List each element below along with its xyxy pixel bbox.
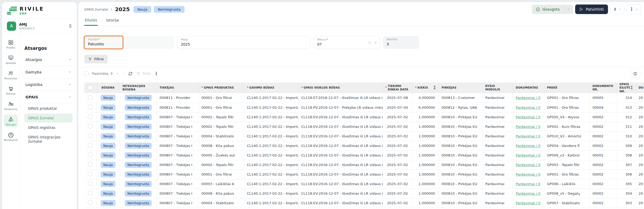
sidebar-item-personalas[interactable]: Personalas (4, 68, 18, 81)
row-checkbox[interactable] (88, 172, 92, 176)
document-link[interactable]: Pardavimai / 0 (516, 144, 540, 148)
refresh-button[interactable] (128, 71, 133, 76)
user-selector[interactable]: A AMJ SINGVAI13 (2, 18, 77, 34)
sidebar-item-gpais-registras[interactable]: GPAIS registras (24, 123, 73, 132)
column-header[interactable]: *KIEKISΣ (412, 82, 439, 93)
more-menu-button[interactable]: ⋮ (627, 4, 641, 14)
table-cell: 1.000000 (412, 141, 439, 150)
selected-count[interactable]: Pasirinkta: 0 (92, 72, 113, 76)
row-checkbox[interactable] (88, 133, 92, 138)
document-link[interactable]: Pardavimai / 0 (516, 115, 540, 119)
chevron-down-icon[interactable] (374, 41, 377, 44)
column-header[interactable]: TIEKĖJAS (157, 82, 199, 93)
submit-icon (579, 7, 584, 11)
column-header[interactable]: *GPAIS PRODUKTAS (199, 82, 244, 93)
row-checkbox[interactable] (88, 95, 92, 100)
metai-field[interactable]: Metai 2025 (177, 36, 311, 49)
srautas-field[interactable]: Srautas* Pakuotės (84, 36, 174, 49)
avatar: A (7, 21, 16, 31)
confirm-button[interactable]: Patvirtinti (575, 5, 608, 14)
document-link[interactable]: Pardavimai / 0 (516, 191, 540, 195)
chevron-down-icon[interactable] (116, 72, 119, 75)
table-cell: Pardavimai / 0 (513, 141, 544, 150)
menuo-field[interactable]: Mėnuo* 07 (313, 36, 380, 49)
row-checkbox[interactable] (88, 105, 92, 109)
column-header[interactable]: RYŠIO MODULIS (482, 82, 513, 93)
saved-caret-button[interactable] (564, 5, 573, 14)
column-settings-button[interactable] (630, 69, 640, 78)
sidebar-item-apskaita[interactable]: Apskaita (4, 53, 18, 66)
select-all-checkbox[interactable] (84, 71, 89, 76)
section-logistika[interactable]: Logistika (24, 79, 73, 91)
column-header[interactable]: DO (636, 82, 644, 93)
document-link[interactable]: Pardavimai / 0 (516, 172, 540, 176)
breadcrumb-link[interactable]: GPAIS žurnalai (84, 7, 108, 11)
saved-split-button[interactable]: Išsaugota (532, 5, 573, 14)
section-atsargos[interactable]: Atsargos (24, 54, 73, 66)
section-gpais[interactable]: GPAIS (24, 91, 73, 103)
document-link[interactable]: Pardavimai / 0 (516, 153, 540, 157)
row-checkbox[interactable] (88, 181, 92, 186)
tab-istorija[interactable]: Istorija (106, 17, 119, 26)
table-cell: 000810 - Pirkėjas EU (439, 189, 482, 198)
sidebar-item-pradzia[interactable]: Pradžia (4, 38, 18, 50)
table-cell: 314 (617, 93, 636, 103)
table-cell: CL118:ET:2016-12-07 - Išvežimas iš LR vi… (298, 93, 383, 103)
status-badge: Neintegruota (125, 133, 152, 139)
sidebar-item-pirkimai[interactable]: Pirkimai (4, 84, 18, 97)
table-cell: 00002 (590, 179, 617, 189)
column-header[interactable] (84, 82, 96, 93)
filters-button[interactable]: Filtrai (84, 55, 108, 63)
table-cell: Pardavimai (482, 93, 513, 103)
row-checkbox[interactable] (88, 162, 92, 167)
column-header[interactable]: PIRKĖJAS (439, 82, 482, 93)
table-cell: Neintegruota (120, 150, 157, 160)
row-checkbox[interactable] (88, 124, 92, 128)
row-checkbox[interactable] (88, 153, 92, 157)
column-header[interactable]: DOKUMENTO NR. (590, 82, 617, 93)
column-header[interactable]: PREKĖ (544, 82, 590, 93)
kebab-icon[interactable]: ⋮ (154, 72, 158, 76)
sidebar-item-atsargos[interactable]: Atsargos (4, 115, 18, 127)
column-header[interactable]: *GPAIS VEIKLOS BŪDAS (298, 82, 383, 93)
select-all-checkbox[interactable] (88, 85, 92, 90)
table-toolbar: Pasirinkta: 0 Trinti ⋮ (78, 67, 644, 80)
row-checkbox[interactable] (88, 191, 92, 195)
document-link[interactable]: Pardavimai / 0 (516, 182, 540, 186)
document-link[interactable]: Pardavimai / 0 (516, 134, 540, 138)
table-cell: 00002 - Tepalo filtr (199, 112, 244, 122)
app-logo[interactable]: RIVILE ERP (2, 2, 77, 18)
table-cell: 313 (617, 103, 636, 112)
sidebar-item-gpais-integracijos[interactable]: GPAIS integracijos žurnalai (24, 133, 73, 146)
tab-eilutes[interactable]: Eilutės (84, 17, 98, 26)
status-badge: Nauja (101, 162, 115, 168)
table-cell (84, 198, 96, 208)
delete-button[interactable]: Trinti (136, 72, 151, 76)
row-checkbox[interactable] (88, 114, 92, 119)
section-gamyba[interactable]: Gamyba (24, 66, 73, 79)
column-header[interactable]: BŪSENA (96, 82, 120, 93)
column-header[interactable]: *TIEKIMO RINKAI DATA (383, 82, 412, 93)
table-cell: GP005_V4 - Alyvos (544, 112, 590, 122)
document-link[interactable]: Pardavimai / 0 (516, 201, 540, 205)
table-cell: 1.000000 (412, 150, 439, 160)
column-header[interactable]: INTEGRACIJOS BŪSENA (120, 82, 157, 93)
document-link[interactable]: Pardavimai / 0 (516, 163, 540, 167)
column-header[interactable]: DOKUMENTAS (513, 82, 544, 93)
actions-button[interactable] (610, 4, 624, 14)
sidebar-item-nustatymai[interactable]: Nustatymai (4, 130, 18, 143)
row-checkbox[interactable] (88, 200, 92, 205)
column-header[interactable]: GPAIS EILUTĖS NR.Σ (617, 82, 636, 93)
table-cell: 000810 - Pirkėjas EU (439, 131, 482, 141)
sum-icon: Σ (630, 85, 633, 90)
column-header[interactable]: *GAVIMO BŪDAS (244, 82, 298, 93)
sidebar-item-pardavimai[interactable]: Pardavimai (4, 99, 18, 112)
sidebar-item-gpais-produktai[interactable]: GPAIS produktai (24, 104, 73, 113)
document-link[interactable]: Pardavimai / 0 (516, 96, 540, 100)
clear-icon[interactable] (368, 41, 371, 44)
document-link[interactable]: Pardavimai / 0 (516, 125, 540, 129)
row-checkbox[interactable] (88, 143, 92, 147)
table-cell: 00008 - Kita pakuo (199, 141, 244, 150)
document-link[interactable]: Pardavimai / 0 (516, 106, 540, 110)
sidebar-item-gpais-zurnalai[interactable]: GPAIS žurnalai (24, 114, 73, 123)
